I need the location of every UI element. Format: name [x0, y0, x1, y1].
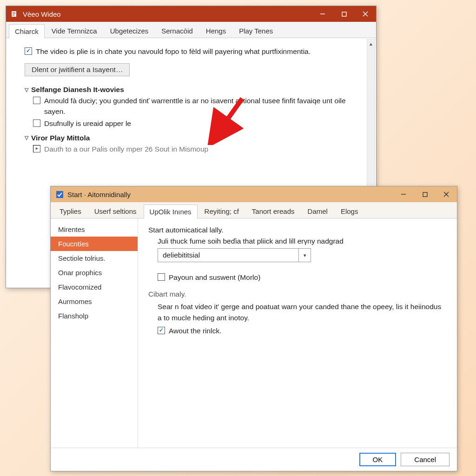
tab-typlies[interactable]: Typlies	[53, 204, 87, 218]
tab-sernacoid[interactable]: Sernacòid	[155, 24, 199, 38]
close-button[interactable]	[355, 6, 376, 22]
window-title: Start · Aitomnidinally	[67, 191, 393, 198]
tab-vide-ternnizca[interactable]: Vide Ternnizca	[46, 24, 103, 38]
tab-damel[interactable]: Damel	[302, 204, 334, 218]
checkbox-awout-label: Awout the rinlck.	[169, 326, 221, 336]
checkbox-video-plie-label: The video is plie is in chate you navoul…	[36, 46, 311, 57]
tabstrip: Chiarck Vide Ternnizca Ubgetecizes Serna…	[6, 22, 376, 38]
checkbox-payoun-label: Payoun and suswent (Morlo)	[169, 272, 260, 283]
tab-reyiting[interactable]: Reyiting; cf	[198, 204, 245, 218]
combo-value: deliebititsial	[158, 249, 298, 262]
titlebar[interactable]: Vèeo Wideo	[6, 6, 376, 22]
chevron-down-icon: ▽	[25, 87, 28, 93]
svg-rect-3	[13, 15, 14, 15]
tab-elogs[interactable]: Elogs	[335, 204, 364, 218]
sidebar-item-aurmomes[interactable]: Aurmomes	[51, 294, 138, 309]
checkbox-payoun[interactable]	[158, 273, 165, 281]
checkbox-dsufnully-label: Dsufnully is ureaid apper le	[44, 119, 131, 129]
sidebar-item-onar-prophics[interactable]: Onar prophics	[51, 265, 138, 280]
tab-hengs[interactable]: Hengs	[200, 24, 232, 38]
ok-button[interactable]: OK	[359, 453, 397, 466]
radio-dauth[interactable]: ▸	[33, 145, 40, 152]
checkbox-dsufnully[interactable]	[33, 119, 40, 127]
start-mode-combo[interactable]: deliebititsial ▾	[158, 248, 311, 262]
checkbox-video-plie[interactable]	[25, 47, 32, 55]
section-cibart-label: Cibart maly.	[148, 290, 447, 298]
app-icon	[55, 190, 64, 198]
heading: Start automicatical lally.	[148, 226, 447, 234]
maximize-button[interactable]	[414, 186, 436, 202]
svg-rect-1	[13, 12, 15, 13]
tab-tanort-ereads[interactable]: Tanort ereads	[246, 204, 301, 218]
checkbox-amould[interactable]	[33, 97, 40, 104]
group-title-label: Selfange Dianesh It-wovies	[31, 86, 124, 94]
tabstrip: Typlies Userf seltions UpOlik Inınes Rey…	[51, 202, 457, 218]
tab-play-tenes[interactable]: Play Tenes	[233, 24, 279, 38]
dialog-footer: OK Cancel	[51, 448, 457, 471]
checkbox-awout[interactable]	[158, 327, 165, 334]
tab-userf-seltions[interactable]: Userf seltions	[88, 204, 143, 218]
tab-chiarck[interactable]: Chiarck	[9, 24, 45, 38]
checkbox-amould-label: Amould fà duciy; you gunded tinť warrent…	[44, 96, 363, 117]
chevron-down-icon: ▾	[298, 249, 311, 262]
description-2: Sear n foat video it' gerge and poatuat …	[158, 301, 447, 323]
sidebar-item-sectiole[interactable]: Sectiole tolrius.	[51, 251, 138, 265]
cancel-button[interactable]: Cancel	[401, 453, 450, 466]
description-1: Juli thuck fume soih beďia that pliick a…	[158, 237, 447, 245]
minimize-button[interactable]	[312, 6, 333, 22]
group-title-label: Viror Play Mittola	[31, 134, 90, 142]
dlent-button[interactable]: Dlent or jwitifient a Isayent…	[25, 63, 130, 76]
window-title: Vèeo Wideo	[23, 10, 312, 18]
app-icon	[11, 10, 19, 18]
svg-rect-2	[13, 13, 15, 14]
chevron-down-icon: ▽	[25, 135, 28, 141]
sidebar-item-flavocornized[interactable]: Flavocornized	[51, 280, 138, 294]
radio-dauth-label: Dauth to a our Palis onlly mper 26 Sout …	[44, 144, 208, 154]
group-selfange-title[interactable]: ▽ Selfange Dianesh It-wovies	[25, 86, 363, 94]
sidebar: Mirentes Foucntíes Sectiole tolrius. Ona…	[51, 218, 138, 448]
close-button[interactable]	[436, 186, 457, 202]
maximize-button[interactable]	[333, 6, 355, 22]
group-viror-title[interactable]: ▽ Viror Play Mittola	[25, 134, 363, 142]
start-automatically-dialog: Start · Aitomnidinally Typlies Userf sel…	[50, 186, 457, 471]
tab-upolik-inines[interactable]: UpOlik Inınes	[144, 205, 198, 218]
minimize-button[interactable]	[393, 186, 414, 202]
sidebar-item-foucnties[interactable]: Foucntíes	[51, 237, 138, 251]
sidebar-item-flansholp[interactable]: Flansholp	[51, 309, 138, 323]
titlebar[interactable]: Start · Aitomnidinally	[51, 186, 457, 202]
scroll-up-icon[interactable]: ▲	[367, 40, 375, 48]
tab-ubgetecizes[interactable]: Ubgetecizes	[104, 24, 155, 38]
sidebar-item-mirentes[interactable]: Mirentes	[51, 222, 138, 237]
svg-rect-10	[56, 191, 63, 198]
main-pane: Start automicatical lally. Juli thuck fu…	[138, 218, 457, 448]
svg-rect-5	[342, 12, 346, 16]
svg-rect-12	[423, 192, 427, 197]
